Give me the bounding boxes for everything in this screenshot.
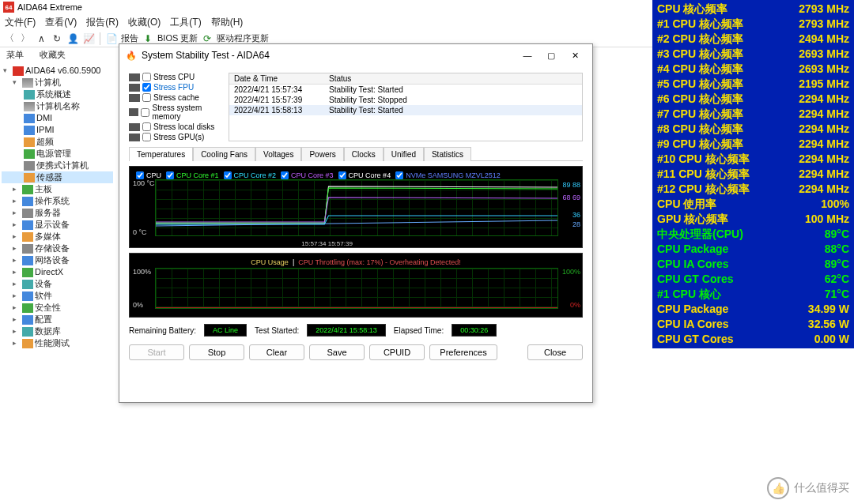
save-button[interactable]: Save: [309, 344, 365, 360]
tree-software[interactable]: 软件: [35, 290, 52, 302]
tab-temperatures[interactable]: Temperatures: [129, 147, 193, 161]
legend-item[interactable]: CPU Core #4: [338, 171, 391, 179]
menu-tools[interactable]: 工具(T): [170, 16, 201, 29]
tree-network[interactable]: 网络设备: [35, 254, 70, 266]
overlay-row: #11 CPU 核心频率2294 MHz: [657, 167, 849, 182]
bios-update-label[interactable]: BIOS 更新: [157, 32, 198, 44]
tab-statistics[interactable]: Statistics: [424, 147, 471, 161]
overlay-row: CPU IA Cores89°C: [657, 257, 849, 272]
dialog-titlebar[interactable]: 🔥 System Stability Test - AIDA64 — ▢ ✕: [119, 44, 592, 66]
multimedia-icon: [22, 232, 33, 242]
readout: 68 69: [562, 194, 580, 201]
started-label: Test Started:: [255, 326, 299, 335]
menu-view[interactable]: 查看(V): [45, 16, 77, 29]
thumbs-up-icon: 👍: [767, 477, 789, 499]
overlay-row: #1 CPU 核心71°C: [657, 287, 849, 302]
cpuid-button[interactable]: CPUID: [369, 344, 425, 360]
col-status[interactable]: Status: [324, 73, 582, 84]
tree-server[interactable]: 服务器: [35, 207, 61, 219]
dialog-title: System Stability Test - AIDA64: [142, 50, 515, 61]
tree-mobo[interactable]: 主板: [35, 183, 52, 195]
menu-file[interactable]: 文件(F): [5, 16, 36, 29]
tree-directx[interactable]: DirectX: [35, 266, 63, 278]
stress-fpu[interactable]: Stress FPU: [129, 83, 224, 92]
legend-item[interactable]: CPU Core #2: [224, 171, 277, 179]
up-icon[interactable]: ∧: [35, 32, 47, 45]
tree-database[interactable]: 数据库: [35, 325, 61, 337]
directx-icon: [22, 268, 33, 277]
report-icon[interactable]: 📄: [105, 32, 118, 45]
tab-powers[interactable]: Powers: [301, 147, 343, 161]
start-button[interactable]: Start: [129, 344, 184, 360]
config-icon: [22, 315, 33, 325]
tree-dmi[interactable]: DMI: [36, 112, 52, 124]
forward-icon[interactable]: 〉: [19, 32, 32, 45]
overlay-row: #7 CPU 核心频率2294 MHz: [657, 107, 849, 122]
tree-multimedia[interactable]: 多媒体: [35, 231, 61, 243]
preferences-button[interactable]: Preferences: [429, 344, 497, 360]
security-icon: [22, 303, 33, 313]
tree-ipmi[interactable]: IPMI: [36, 124, 55, 136]
tree-computer[interactable]: 计算机: [35, 77, 61, 88]
tab-cooling[interactable]: Cooling Fans: [193, 147, 255, 161]
dmi-icon: [24, 114, 35, 123]
tree-summary[interactable]: 系统概述: [36, 88, 71, 100]
stress-cache[interactable]: Stress cache: [129, 93, 224, 102]
stress-gpu[interactable]: Stress GPU(s): [129, 133, 224, 141]
report-label[interactable]: 报告: [121, 32, 138, 44]
tree-security[interactable]: 安全性: [35, 302, 61, 314]
stop-button[interactable]: Stop: [189, 344, 244, 360]
user-icon[interactable]: 👤: [66, 32, 79, 45]
back-icon[interactable]: 〈: [3, 32, 16, 45]
tab-voltages[interactable]: Voltages: [255, 147, 301, 161]
tab-clocks[interactable]: Clocks: [344, 147, 384, 161]
menu-tab[interactable]: 菜单: [6, 49, 24, 60]
stress-disk[interactable]: Stress local disks: [129, 122, 224, 131]
tree-computer-name[interactable]: 计算机名称: [36, 100, 80, 112]
tree-display[interactable]: 显示设备: [35, 219, 70, 231]
log-row[interactable]: 2022/4/21 15:57:34Stability Test: Starte…: [229, 85, 582, 95]
tree-config[interactable]: 配置: [35, 314, 52, 325]
power-icon: [24, 149, 35, 159]
col-datetime[interactable]: Date & Time: [229, 73, 324, 84]
menu-favorites[interactable]: 收藏(O): [128, 16, 161, 29]
menu-report[interactable]: 报告(R): [86, 16, 119, 29]
refresh-icon[interactable]: ↻: [51, 32, 63, 45]
clear-button[interactable]: Clear: [249, 344, 304, 360]
stress-cpu[interactable]: Stress CPU: [129, 73, 224, 81]
tree-sensors[interactable]: 传感器: [36, 171, 62, 183]
tree-benchmark[interactable]: 性能测试: [35, 337, 70, 349]
close-button[interactable]: ✕: [564, 47, 586, 63]
gpu-icon: [129, 134, 140, 141]
legend-item[interactable]: CPU: [136, 171, 161, 179]
tree-os[interactable]: 操作系统: [35, 195, 70, 207]
chart-icon[interactable]: 📈: [82, 32, 95, 45]
tree-storage[interactable]: 存储设备: [35, 243, 70, 254]
tree-portable[interactable]: 便携式计算机: [36, 160, 89, 171]
tree-device[interactable]: 设备: [35, 278, 52, 290]
driver-update-label[interactable]: 驱动程序更新: [217, 32, 269, 44]
legend-item[interactable]: CPU Core #3: [281, 171, 334, 179]
log-row[interactable]: 2022/4/21 15:57:39Stability Test: Stoppe…: [229, 95, 582, 105]
log-row[interactable]: 2022/4/21 15:58:13Stability Test: Starte…: [229, 105, 582, 115]
minimize-button[interactable]: —: [516, 47, 538, 63]
overlay-row: CPU 核心频率2793 MHz: [657, 2, 849, 17]
readout: 28: [572, 220, 580, 228]
app-title: AIDA64 Extreme: [17, 2, 82, 12]
portable-icon: [24, 161, 35, 171]
tree-root[interactable]: AIDA64 v6.60.5900: [25, 65, 100, 77]
legend-item[interactable]: CPU Core #1: [166, 171, 219, 179]
benchmark-icon: [22, 339, 33, 348]
legend-item[interactable]: NVMe SAMSUNG MZVL2512: [395, 171, 501, 179]
stress-memory[interactable]: Stress system memory: [129, 103, 224, 121]
dialog-close-button[interactable]: Close: [527, 344, 583, 360]
tab-unified[interactable]: Unified: [384, 147, 424, 161]
maximize-button[interactable]: ▢: [540, 47, 562, 63]
sensor-overlay: CPU 核心频率2793 MHz#1 CPU 核心频率2793 MHz#2 CP…: [652, 0, 854, 348]
menu-help[interactable]: 帮助(H): [211, 16, 244, 29]
favorites-tab[interactable]: 收藏夹: [40, 49, 66, 60]
y-min: 0%: [133, 301, 143, 309]
nav-tree[interactable]: ▾AIDA64 v6.60.5900 ▾计算机 系统概述 计算机名称 DMI I…: [0, 62, 115, 504]
tree-overclock[interactable]: 超频: [36, 136, 54, 148]
tree-power[interactable]: 电源管理: [36, 148, 71, 160]
